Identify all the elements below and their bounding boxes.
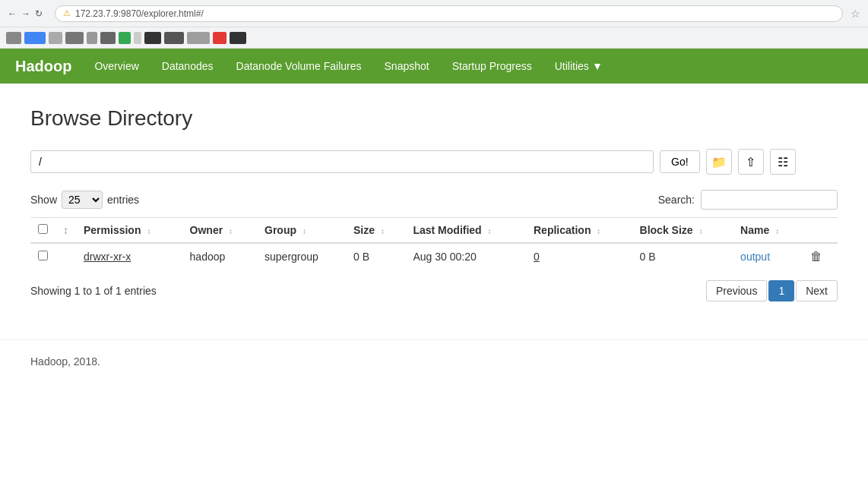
bookmark-4 [65, 32, 84, 44]
entries-label: entries [107, 194, 139, 206]
show-entries-row: Show 10 25 50 100 entries Search: [30, 190, 838, 210]
th-permission[interactable]: Permission ↕ [76, 218, 182, 244]
show-entries-left: Show 10 25 50 100 entries [30, 191, 139, 209]
row-checkbox-cell [30, 243, 55, 270]
row-block-size: 0 B [632, 243, 733, 270]
delete-icon[interactable]: 🗑 [810, 250, 822, 263]
bookmark-9 [144, 32, 161, 44]
showing-text: Showing 1 to 1 of 1 entries [30, 285, 157, 297]
row-name: output [733, 243, 802, 270]
sort-permission-icon: ↕ [147, 227, 150, 235]
bookmark-2 [24, 32, 46, 44]
next-button[interactable]: Next [796, 280, 838, 301]
search-right: Search: [658, 190, 838, 210]
row-name-link[interactable]: output [740, 251, 770, 263]
bookmark-3 [49, 32, 62, 44]
bookmark-7 [119, 32, 131, 44]
pagination: Previous 1 Next [706, 280, 838, 301]
bookmark-13 [230, 32, 246, 44]
nav-forward-icon[interactable]: → [21, 8, 30, 19]
th-actions [803, 218, 838, 244]
page-title: Browse Directory [30, 106, 838, 131]
select-all-checkbox[interactable] [38, 224, 48, 234]
bookmark-10 [164, 32, 184, 44]
table-icon-button[interactable]: ☷ [770, 149, 796, 175]
sort-name-icon: ↕ [775, 227, 779, 235]
directory-table: ↕ Permission ↕ Owner ↕ Group ↕ Size ↕ [30, 217, 838, 270]
row-size: 0 B [346, 243, 405, 270]
th-name[interactable]: Name ↕ [733, 218, 802, 244]
row-icon-cell [55, 243, 76, 270]
main-content: Browse Directory Go! 📁 ⇧ ☷ Show 10 25 50… [0, 84, 868, 324]
th-sort-icon[interactable]: ↕ [55, 218, 76, 244]
show-label: Show [30, 194, 57, 206]
sort-last-modified-icon: ↕ [488, 227, 492, 235]
row-group: supergroup [257, 243, 346, 270]
nav-link-datanodes[interactable]: Datanodes [162, 60, 214, 72]
row-replication: 0 [526, 243, 632, 270]
th-group[interactable]: Group ↕ [257, 218, 346, 244]
search-label: Search: [658, 194, 695, 206]
nav-back-icon[interactable]: ← [8, 8, 17, 19]
url-bar[interactable]: ⚠ 172.23.7.9:9870/explorer.html#/ [55, 5, 843, 22]
go-button[interactable]: Go! [660, 150, 700, 173]
bookmark-12 [213, 32, 227, 44]
bookmark-5 [87, 32, 97, 44]
th-checkbox [30, 218, 55, 244]
entries-select[interactable]: 10 25 50 100 [62, 191, 103, 209]
previous-button[interactable]: Previous [706, 280, 767, 301]
url-text: 172.23.7.9:9870/explorer.html#/ [75, 8, 204, 19]
row-last-modified: Aug 30 00:20 [405, 243, 526, 270]
lock-icon: ⚠ [63, 8, 71, 18]
footer: Hadoop, 2018. [0, 339, 868, 383]
sort-owner-icon: ↕ [229, 227, 233, 235]
directory-input-row: Go! 📁 ⇧ ☷ [30, 149, 838, 175]
upload-icon-button[interactable]: ⇧ [738, 149, 764, 175]
sort-all-icon: ↕ [63, 224, 68, 236]
table-row: drwxr-xr-x hadoop supergroup 0 B Aug 30 … [30, 243, 838, 270]
th-last-modified[interactable]: Last Modified ↕ [405, 218, 526, 244]
reload-icon[interactable]: ↻ [35, 8, 43, 19]
sort-replication-icon: ↕ [597, 227, 600, 235]
folder-icon: 📁 [711, 155, 727, 169]
browser-bar: ← → ↻ ⚠ 172.23.7.9:9870/explorer.html#/ … [0, 0, 868, 27]
dropdown-arrow-icon: ▼ [592, 60, 603, 72]
th-block-size[interactable]: Block Size ↕ [632, 218, 733, 244]
bookmark-6 [100, 32, 116, 44]
table-icon: ☷ [778, 155, 788, 169]
footer-text: Hadoop, 2018. [30, 355, 100, 368]
upload-icon: ⇧ [746, 155, 756, 169]
row-permission: drwxr-xr-x [76, 243, 182, 270]
folder-icon-button[interactable]: 📁 [706, 149, 732, 175]
nav-dropdown-utilities[interactable]: Utilities ▼ [555, 60, 603, 72]
nav-link-overview[interactable]: Overview [94, 60, 138, 72]
directory-input[interactable] [30, 150, 654, 173]
sort-group-icon: ↕ [303, 227, 306, 235]
bookmark-1 [6, 32, 21, 44]
bookmark-8 [134, 32, 141, 44]
row-delete-cell: 🗑 [803, 243, 838, 270]
sort-block-size-icon: ↕ [699, 227, 702, 235]
search-input[interactable] [701, 190, 838, 210]
pagination-row: Showing 1 to 1 of 1 entries Previous 1 N… [30, 280, 838, 301]
bookmarks-bar [0, 27, 868, 49]
nav-link-startup-progress[interactable]: Startup Progress [452, 60, 532, 72]
navbar-brand[interactable]: Hadoop [15, 58, 71, 75]
bookmark-11 [187, 32, 210, 44]
sort-size-icon: ↕ [381, 227, 385, 235]
row-checkbox[interactable] [38, 251, 48, 260]
page-1-button[interactable]: 1 [768, 280, 794, 301]
th-replication[interactable]: Replication ↕ [526, 218, 632, 244]
nav-link-datanode-volume-failures[interactable]: Datanode Volume Failures [236, 60, 362, 72]
th-size[interactable]: Size ↕ [346, 218, 405, 244]
th-owner[interactable]: Owner ↕ [182, 218, 257, 244]
bookmark-icon[interactable]: ☆ [851, 8, 860, 20]
row-owner: hadoop [182, 243, 257, 270]
navbar: Hadoop Overview Datanodes Datanode Volum… [0, 49, 868, 84]
nav-link-snapshot[interactable]: Snapshot [385, 60, 429, 72]
